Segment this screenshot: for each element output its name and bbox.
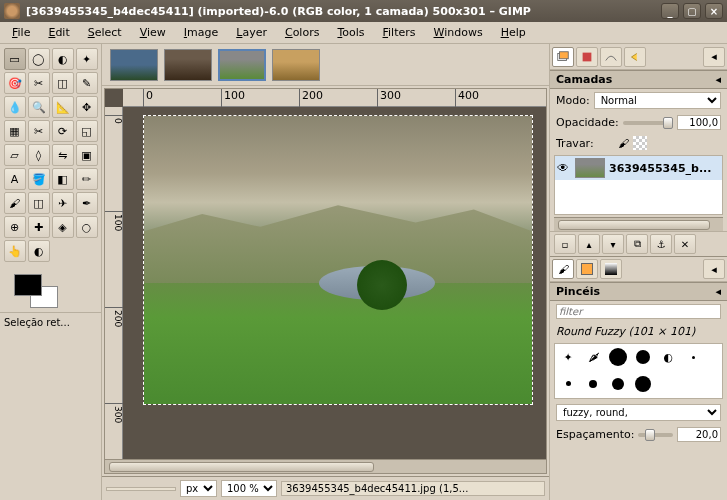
maximize-button[interactable]: ▢ — [683, 3, 701, 19]
menu-help[interactable]: Help — [493, 24, 534, 41]
tool-fg-select[interactable]: ◫ — [52, 72, 74, 94]
ruler-vertical[interactable]: 0100200300 — [105, 107, 123, 459]
brush-star[interactable]: ✦ — [557, 346, 579, 368]
opacity-slider[interactable] — [623, 121, 673, 125]
tool-blur[interactable]: ○ — [76, 216, 98, 238]
raise-layer-button[interactable]: ▴ — [578, 234, 600, 254]
foreground-color[interactable] — [14, 274, 42, 296]
layer-row[interactable]: 👁 3639455345_b... — [555, 156, 722, 180]
delete-layer-button[interactable]: ✕ — [674, 234, 696, 254]
menu-view[interactable]: View — [132, 24, 174, 41]
tool-scale[interactable]: ◱ — [76, 120, 98, 142]
tool-cage[interactable]: ▣ — [76, 144, 98, 166]
tool-rect-select[interactable]: ▭ — [4, 48, 26, 70]
menu-file[interactable]: File — [4, 24, 38, 41]
tool-perspective-clone[interactable]: ◈ — [52, 216, 74, 238]
lock-pixels-icon[interactable]: 🖌 — [618, 137, 629, 150]
tool-scissors[interactable]: ✂ — [28, 72, 50, 94]
tab-gradients-icon[interactable] — [600, 259, 622, 279]
brush-small[interactable] — [557, 373, 579, 395]
lower-layer-button[interactable]: ▾ — [602, 234, 624, 254]
brush-soft-large[interactable] — [607, 346, 629, 368]
brush-huge[interactable] — [632, 373, 654, 395]
panel-menu-icon[interactable]: ◂ — [703, 47, 725, 67]
tool-pencil[interactable]: ✏ — [76, 168, 98, 190]
tool-smudge[interactable]: 👆 — [4, 240, 26, 262]
layer-scroll[interactable] — [554, 217, 723, 231]
tab-undo-icon[interactable] — [624, 47, 646, 67]
tool-bucket[interactable]: 🪣 — [28, 168, 50, 190]
tab-layers-icon[interactable] — [552, 47, 574, 67]
visibility-icon[interactable]: 👁 — [557, 161, 571, 175]
tool-heal[interactable]: ✚ — [28, 216, 50, 238]
tool-paths[interactable]: ✎ — [76, 72, 98, 94]
tool-by-color-select[interactable]: 🎯 — [4, 72, 26, 94]
menu-filters[interactable]: Filters — [375, 24, 424, 41]
tool-fuzzy-select[interactable]: ✦ — [76, 48, 98, 70]
tool-measure[interactable]: 📐 — [52, 96, 74, 118]
scrollbar-h[interactable] — [105, 459, 546, 473]
spacing-slider[interactable] — [638, 433, 673, 437]
brush-med[interactable] — [582, 373, 604, 395]
minimize-button[interactable]: _ — [661, 3, 679, 19]
brush-grid[interactable]: ✦🌶◐ — [554, 343, 723, 399]
layers-collapse-icon[interactable]: ◂ — [715, 73, 721, 86]
brush-filter-input[interactable] — [556, 304, 721, 319]
tool-zoom[interactable]: 🔍 — [28, 96, 50, 118]
opacity-value[interactable] — [677, 115, 721, 130]
tool-clone[interactable]: ⊕ — [4, 216, 26, 238]
tool-dodge[interactable]: ◐ — [28, 240, 50, 262]
new-layer-button[interactable]: ▫ — [554, 234, 576, 254]
tool-rotate[interactable]: ⟳ — [52, 120, 74, 142]
menu-layer[interactable]: Layer — [228, 24, 275, 41]
image-content[interactable] — [143, 115, 533, 405]
lock-alpha-icon[interactable] — [633, 136, 647, 150]
brush-blur[interactable]: ◐ — [657, 346, 679, 368]
tab-paths-icon[interactable] — [600, 47, 622, 67]
tool-ellipse-select[interactable]: ◯ — [28, 48, 50, 70]
brush-hard[interactable] — [632, 346, 654, 368]
tool-airbrush[interactable]: ✈ — [52, 192, 74, 214]
brush-tiny[interactable] — [682, 346, 704, 368]
anchor-layer-button[interactable]: ⚓ — [650, 234, 672, 254]
tab-channels-icon[interactable] — [576, 47, 598, 67]
tool-free-select[interactable]: ◐ — [52, 48, 74, 70]
layer-name[interactable]: 3639455345_b... — [609, 162, 711, 175]
tool-flip[interactable]: ⇋ — [52, 144, 74, 166]
brush-pepper[interactable]: 🌶 — [582, 346, 604, 368]
menu-colors[interactable]: Colors — [277, 24, 327, 41]
brush-preset-select[interactable]: fuzzy, round, — [556, 404, 721, 421]
menu-select[interactable]: Select — [80, 24, 130, 41]
menu-tools[interactable]: Tools — [329, 24, 372, 41]
thumb-2[interactable] — [164, 49, 212, 81]
tab-patterns-icon[interactable] — [576, 259, 598, 279]
brushes-collapse-icon[interactable]: ◂ — [715, 285, 721, 298]
menu-edit[interactable]: Edit — [40, 24, 77, 41]
unit-select[interactable]: px — [180, 480, 217, 497]
canvas[interactable] — [123, 107, 546, 459]
brush-big[interactable] — [607, 373, 629, 395]
thumb-1[interactable] — [110, 49, 158, 81]
tool-paintbrush[interactable]: 🖌 — [4, 192, 26, 214]
tool-align[interactable]: ▦ — [4, 120, 26, 142]
menu-windows[interactable]: Windows — [426, 24, 491, 41]
close-button[interactable]: × — [705, 3, 723, 19]
color-swatch[interactable] — [14, 274, 58, 308]
layer-list[interactable]: 👁 3639455345_b... — [554, 155, 723, 215]
tool-text[interactable]: A — [4, 168, 26, 190]
tool-eraser[interactable]: ◫ — [28, 192, 50, 214]
spacing-value[interactable] — [677, 427, 721, 442]
tool-perspective[interactable]: ◊ — [28, 144, 50, 166]
tool-shear[interactable]: ▱ — [4, 144, 26, 166]
mode-select[interactable]: Normal — [594, 92, 721, 109]
thumb-4[interactable] — [272, 49, 320, 81]
duplicate-layer-button[interactable]: ⧉ — [626, 234, 648, 254]
tool-color-picker[interactable]: 💧 — [4, 96, 26, 118]
tool-crop[interactable]: ✂ — [28, 120, 50, 142]
zoom-select[interactable]: 100 % — [221, 480, 277, 497]
tool-move[interactable]: ✥ — [76, 96, 98, 118]
tool-ink[interactable]: ✒ — [76, 192, 98, 214]
ruler-horizontal[interactable]: 0100200300400 — [123, 89, 546, 107]
brush-panel-menu-icon[interactable]: ◂ — [703, 259, 725, 279]
thumb-3[interactable] — [218, 49, 266, 81]
